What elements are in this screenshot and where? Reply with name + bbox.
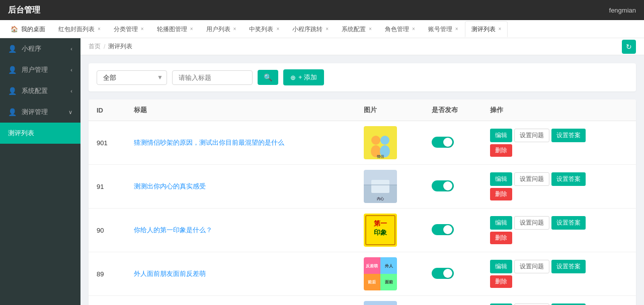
tab-prize[interactable]: 中奖列表 ×: [243, 21, 286, 37]
cell-title: 外人面前朋友面前反差萌: [126, 252, 356, 296]
delete-button-91[interactable]: 删除: [490, 188, 512, 200]
home-icon: 🏠: [11, 26, 18, 33]
main-layout: 👤 小程序 ‹ 👤 用户管理 ‹ 👤 系统配置 ‹ 👤 测评管理 ∨ 测评列表 …: [0, 38, 644, 305]
cell-published: [424, 165, 482, 209]
cell-published: [424, 121, 482, 165]
svg-rect-24: [364, 301, 397, 305]
tab-miniapp-close[interactable]: ×: [326, 27, 329, 32]
tab-redpacket[interactable]: 红包封面列表 ×: [52, 21, 107, 37]
sidebar-item-surveylist[interactable]: 测评列表: [0, 123, 80, 144]
content-area: 首页 / 测评列表 ↻ 全部 ▼ 🔍: [80, 38, 644, 305]
app-logo: 后台管理: [8, 5, 40, 16]
delete-button-90[interactable]: 删除: [490, 232, 512, 244]
thumbnail-90: 第一 印象: [364, 214, 397, 247]
cell-id: 89: [89, 252, 126, 296]
cell-title: 你给人的第一印象是什么？: [126, 209, 356, 252]
tab-banner[interactable]: 轮播图管理 ×: [150, 21, 200, 37]
cell-published: [424, 209, 482, 252]
filter-select[interactable]: 全部: [97, 70, 167, 85]
set-answer-button-901[interactable]: 设置答案: [551, 129, 586, 142]
tab-banner-close[interactable]: ×: [190, 27, 193, 32]
set-answer-button-89[interactable]: 设置答案: [551, 260, 586, 273]
sidebar-item-usermanage[interactable]: 👤 用户管理 ‹: [0, 59, 80, 80]
search-input[interactable]: [172, 70, 253, 85]
thumbnail-91: 内心: [364, 170, 397, 203]
delete-button-901[interactable]: 删除: [490, 144, 512, 157]
tab-userlist[interactable]: 用户列表 ×: [200, 21, 243, 37]
svg-point-2: [380, 136, 389, 145]
cell-published: [424, 296, 482, 306]
set-answer-button-90[interactable]: 设置答案: [551, 216, 586, 230]
toolbar: 全部 ▼ 🔍 ⊕ + 添加: [89, 63, 636, 91]
set-question-button-90[interactable]: 设置问题: [514, 216, 549, 230]
edit-button-91[interactable]: 编辑: [490, 172, 512, 186]
table-row: 88 你在生活中是什么样子？ 人 设 🐱 编辑 设置问题 设置答案 删除: [89, 296, 636, 306]
publish-toggle-89[interactable]: [432, 268, 454, 279]
col-published: 是否发布: [424, 99, 482, 121]
breadcrumb-current: 测评列表: [108, 42, 132, 51]
tab-account[interactable]: 账号管理 ×: [422, 21, 465, 37]
sidebar-item-sysconfig[interactable]: 👤 系统配置 ‹: [0, 80, 80, 101]
set-question-button-91[interactable]: 设置问题: [514, 172, 549, 186]
tab-survey[interactable]: 测评列表 ×: [465, 21, 508, 37]
tab-role-close[interactable]: ×: [412, 27, 415, 32]
sidebar-item-surveymanage[interactable]: 👤 测评管理 ∨: [0, 101, 80, 123]
edit-button-901[interactable]: 编辑: [490, 129, 512, 142]
tab-prize-label: 中奖列表: [249, 25, 273, 34]
person-icon-4: 👤: [8, 108, 17, 116]
tab-redpacket-label: 红包封面列表: [58, 25, 95, 34]
col-image: 图片: [356, 99, 424, 121]
publish-toggle-901[interactable]: [432, 137, 454, 148]
sidebar-surveymanage-label: 测评管理: [22, 108, 48, 117]
set-question-button-901[interactable]: 设置问题: [514, 129, 549, 142]
tab-role[interactable]: 角色管理 ×: [378, 21, 422, 37]
set-question-button-89[interactable]: 设置问题: [514, 260, 549, 273]
refresh-icon: ↻: [626, 43, 632, 51]
tab-home[interactable]: 🏠 我的桌面: [4, 21, 52, 37]
cell-title: 测测出你内心的真实感受: [126, 165, 356, 209]
person-icon-3: 👤: [8, 87, 17, 95]
publish-toggle-90[interactable]: [432, 224, 454, 235]
edit-button-89[interactable]: 编辑: [490, 260, 512, 273]
tab-account-close[interactable]: ×: [455, 27, 458, 32]
person-icon: 👤: [8, 45, 17, 53]
tab-sysconfig-close[interactable]: ×: [369, 27, 372, 32]
search-button[interactable]: 🔍: [258, 70, 278, 85]
tab-account-label: 账号管理: [428, 25, 452, 34]
svg-rect-8: [371, 180, 389, 193]
tab-sysconfig[interactable]: 系统配置 ×: [335, 21, 378, 37]
tab-category[interactable]: 分类管理 ×: [107, 21, 150, 37]
set-answer-button-91[interactable]: 设置答案: [551, 172, 586, 186]
add-button[interactable]: ⊕ + 添加: [283, 69, 324, 85]
filter-select-wrap: 全部 ▼: [97, 70, 167, 85]
tab-userlist-close[interactable]: ×: [233, 27, 236, 32]
cell-title: 猜测情侣吵架的原因，测试出你目前最混望的是什么: [126, 121, 356, 165]
table-row: 901 猜测情侣吵架的原因，测试出你目前最混望的是什么 情侣 编辑 设置问题 设…: [89, 121, 636, 165]
sidebar: 👤 小程序 ‹ 👤 用户管理 ‹ 👤 系统配置 ‹ 👤 测评管理 ∨ 测评列表: [0, 38, 80, 305]
sidebar-surveylist-label: 测评列表: [8, 129, 34, 138]
refresh-button[interactable]: ↻: [622, 40, 636, 54]
cell-actions: 编辑 设置问题 设置答案 删除: [482, 121, 636, 165]
publish-toggle-91[interactable]: [432, 180, 454, 191]
tab-category-close[interactable]: ×: [141, 27, 144, 32]
sidebar-item-miniprogram[interactable]: 👤 小程序 ‹: [0, 38, 80, 59]
tab-miniapp[interactable]: 小程序跳转 ×: [286, 21, 335, 37]
svg-text:情侣: 情侣: [376, 154, 384, 158]
tab-miniapp-label: 小程序跳转: [292, 25, 323, 34]
tab-userlist-label: 用户列表: [206, 25, 230, 34]
cell-actions: 编辑 设置问题 设置答案 删除: [482, 165, 636, 209]
cell-image: 人 设 🐱: [356, 296, 424, 306]
tab-sysconfig-label: 系统配置: [342, 25, 366, 34]
breadcrumb-home[interactable]: 首页: [89, 42, 101, 51]
tab-bar: 🏠 我的桌面 红包封面列表 × 分类管理 × 轮播图管理 × 用户列表 × 中奖…: [0, 20, 644, 38]
thumbnail-88: 人 设 🐱: [364, 301, 397, 305]
tab-category-label: 分类管理: [114, 25, 138, 34]
delete-button-89[interactable]: 删除: [490, 275, 512, 288]
chevron-left-icon-3: ‹: [70, 88, 72, 94]
table-header-row: ID 标题 图片 是否发布 操作: [89, 99, 636, 121]
tab-redpacket-close[interactable]: ×: [98, 27, 101, 32]
tab-survey-close[interactable]: ×: [499, 27, 502, 32]
chevron-down-icon: ∨: [68, 109, 72, 116]
tab-prize-close[interactable]: ×: [276, 27, 279, 32]
edit-button-90[interactable]: 编辑: [490, 216, 512, 230]
